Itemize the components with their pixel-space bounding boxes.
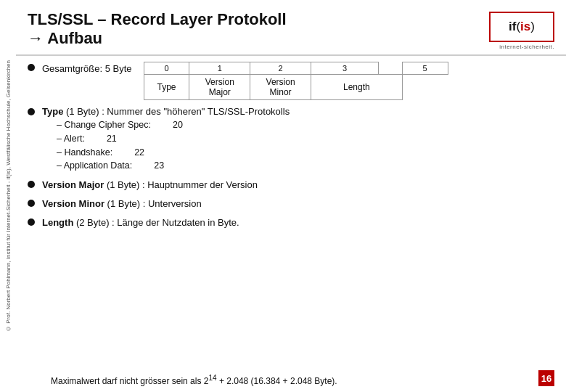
bullet-2 — [28, 181, 35, 188]
bullet-item-2: Version Major (1 Byte) : Hauptnummer der… — [28, 179, 554, 192]
size-row: Gesamtgröße: 5 Byte 0 1 2 3 5 Type Ve — [42, 62, 448, 100]
footer-maxval: Maximalwert darf nicht grösser sein als … — [44, 374, 337, 386]
length-text: (2 Byte) : Länge der Nutzdaten in Byte. — [76, 217, 239, 228]
sidebar: © Prof. Norbert Pohlmann, Institut für I… — [0, 0, 16, 392]
bullet-0 — [28, 64, 35, 71]
logo-subtitle: internet-sicherheit. — [499, 44, 554, 50]
appdata-value: 23 — [154, 159, 164, 173]
bullet-4 — [28, 219, 35, 226]
alert-row: – Alert: 21 — [57, 132, 290, 146]
handshake-value: 22 — [134, 146, 144, 160]
footer-superscript: 14 — [208, 374, 216, 382]
col-1: 1 — [189, 62, 250, 75]
alert-label: – Alert: — [57, 132, 85, 146]
title-line1: TLS/SSL – Record Layer Protokoll — [28, 10, 287, 29]
length-bold: Length — [42, 217, 73, 228]
content-area: Gesamtgröße: 5 Byte 0 1 2 3 5 Type Ve — [16, 59, 566, 239]
type-indent-list: – Change Cipher Spec: 20 – Alert: 21 – H… — [57, 118, 290, 173]
title-line2: → Aufbau — [28, 29, 287, 48]
bullet-4-content: Length (2 Byte) : Länge der Nutzdaten in… — [42, 216, 239, 229]
table-label-row: Type VersionMajor VersionMinor Length — [144, 75, 448, 100]
version-major-cell: VersionMajor — [189, 75, 250, 100]
bullet-3-content: Version Minor (1 Byte) : Unterversion — [42, 197, 202, 211]
cipher-spec-value: 20 — [173, 118, 183, 132]
bullet-item-1: Type (1 Byte) : Nummer des "höheren" TLS… — [28, 106, 554, 173]
cipher-spec-label: – Change Cipher Spec: — [57, 118, 151, 132]
type-text: (1 Byte) : Nummer des "höheren" TLS/SSL-… — [66, 106, 290, 117]
bullet-2-content: Version Major (1 Byte) : Hauptnummer der… — [42, 179, 258, 192]
logo: if ( is ) internet-sicherheit. — [489, 12, 554, 50]
sidebar-text: © Prof. Norbert Pohlmann, Institut für I… — [5, 60, 12, 332]
footer: Maximalwert darf nicht grösser sein als … — [32, 370, 566, 386]
handshake-row: – Handshake: 22 — [57, 146, 290, 160]
protocol-table: 0 1 2 3 5 Type VersionMajor VersionMinor… — [144, 62, 448, 100]
bullet-1 — [28, 108, 35, 115]
bullet-0-content: Gesamtgröße: 5 Byte 0 1 2 3 5 Type Ve — [42, 62, 448, 100]
cipher-spec-row: – Change Cipher Spec: 20 — [57, 118, 290, 132]
appdata-row: – Application Data: 23 — [57, 159, 290, 173]
table-num-row: 0 1 2 3 5 — [144, 62, 448, 75]
bullet-3 — [28, 200, 35, 207]
type-bold: Type — [42, 106, 63, 117]
size-label: Gesamtgröße: 5 Byte — [42, 63, 132, 74]
col-spacer — [379, 62, 403, 75]
logo-box: if ( is ) — [489, 12, 554, 42]
bullet-item-3: Version Minor (1 Byte) : Unterversion — [28, 197, 554, 211]
bullet-item-0: Gesamtgröße: 5 Byte 0 1 2 3 5 Type Ve — [28, 62, 554, 100]
length-cell: Length — [311, 75, 403, 100]
col-0: 0 — [144, 62, 189, 75]
footer-text-rest: + 2.048 (16.384 + 2.048 Byte). — [217, 376, 337, 386]
page-number: 16 — [538, 370, 554, 386]
version-minor-text: (1 Byte) : Unterversion — [107, 198, 202, 209]
footer-text-main: Maximalwert darf nicht grösser sein als … — [51, 376, 208, 386]
header: TLS/SSL – Record Layer Protokoll → Aufba… — [16, 0, 566, 56]
bullet-1-content: Type (1 Byte) : Nummer des "höheren" TLS… — [42, 106, 290, 173]
col-3: 3 — [311, 62, 379, 75]
bullet-item-4: Length (2 Byte) : Länge der Nutzdaten in… — [28, 216, 554, 229]
handshake-label: – Handshake: — [57, 146, 112, 160]
col-5: 5 — [402, 62, 448, 75]
type-cell: Type — [144, 75, 189, 100]
main-content: TLS/SSL – Record Layer Protokoll → Aufba… — [16, 0, 566, 392]
alert-value: 21 — [107, 132, 117, 146]
version-minor-bold: Version Minor — [42, 198, 104, 209]
version-major-text: (1 Byte) : Hauptnummer der Version — [107, 179, 258, 190]
version-minor-cell: VersionMinor — [250, 75, 311, 100]
col-2: 2 — [250, 62, 311, 75]
version-major-bold: Version Major — [42, 179, 104, 190]
appdata-label: – Application Data: — [57, 159, 132, 173]
header-title-block: TLS/SSL – Record Layer Protokoll → Aufba… — [28, 10, 287, 49]
